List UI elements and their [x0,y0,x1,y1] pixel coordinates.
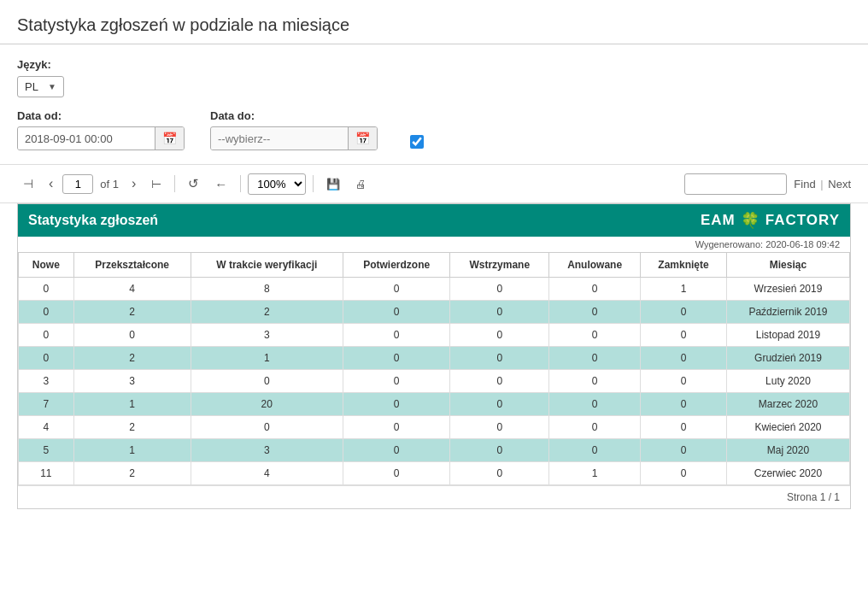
report-title: Statystyka zgłoszeń [28,213,158,228]
table-cell: 0 [450,439,549,462]
page-of-label: of 1 [100,178,119,191]
print-button[interactable] [349,173,372,195]
table-cell: 0 [450,416,549,439]
table-cell: 0 [549,278,641,301]
table-cell: 0 [641,439,727,462]
date-checkbox[interactable] [410,135,424,149]
language-select[interactable]: PL ▼ [17,76,64,97]
table-header-cell: Wstrzymane [450,253,549,278]
table-cell: 1 [73,393,191,416]
toolbar: 1 of 1 100% 50% 75% 125% 150% 200% [0,164,868,203]
table-cell: Czerwiec 2020 [726,462,849,485]
table-cell: 0 [641,370,727,393]
next-label[interactable]: Next [828,178,851,191]
table-cell: 0 [641,416,727,439]
first-page-button[interactable] [17,173,39,195]
next-page-button[interactable] [126,172,142,196]
search-input[interactable] [684,173,787,195]
find-label[interactable]: Find [794,178,815,191]
table-row: 4200000Kwiecień 2020 [19,416,850,439]
table-cell: 3 [191,439,343,462]
table-cell: 0 [450,370,549,393]
refresh-button[interactable] [182,172,205,196]
zoom-select[interactable]: 100% 50% 75% 125% 150% 200% [248,173,306,195]
report-container: Statystyka zgłoszeń EAM 🍀 FACTORY Wygene… [17,203,851,509]
language-value: PL [25,80,38,93]
table-cell: 11 [19,462,74,485]
table-cell: 0 [19,278,74,301]
table-row: 11240010Czerwiec 2020 [19,462,850,485]
page-title: Statystyka zgłoszeń w podziale na miesią… [17,15,851,35]
last-page-button[interactable] [145,173,167,195]
table-cell: 0 [343,393,449,416]
save-icon [326,177,340,191]
table-cell: 0 [343,324,449,347]
table-cell: 0 [450,278,549,301]
save-button[interactable] [320,173,346,195]
table-cell: Październik 2019 [726,301,849,324]
table-cell: 0 [641,301,727,324]
date-from-calendar-button[interactable]: 📅 [155,127,184,150]
table-cell: Luty 2020 [726,370,849,393]
table-header-cell: Potwierdzone [343,253,449,278]
page-number-input[interactable]: 1 [62,174,93,194]
language-label: Język: [17,58,851,71]
date-from-input[interactable] [18,128,155,150]
table-cell: 0 [19,324,74,347]
table-cell: 1 [73,439,191,462]
table-cell: 0 [549,439,641,462]
table-cell: 2 [191,301,343,324]
table-cell: 0 [641,324,727,347]
table-header-cell: W trakcie weryfikacji [191,253,343,278]
table-cell: 8 [191,278,343,301]
table-cell: 0 [450,347,549,370]
table-cell: 4 [19,416,74,439]
table-cell: 0 [343,278,449,301]
table-cell: 7 [19,393,74,416]
table-cell: 1 [549,462,641,485]
date-to-input[interactable] [211,128,348,150]
back-icon [214,177,227,191]
table-cell: 0 [641,462,727,485]
table-cell: 3 [73,370,191,393]
table-cell: 0 [641,393,727,416]
table-cell: 0 [191,370,343,393]
back-button[interactable] [208,173,233,196]
table-cell: 0 [450,462,549,485]
table-cell: 0 [343,301,449,324]
date-from-label: Data od: [17,109,185,122]
table-cell: 0 [343,370,449,393]
prev-page-button[interactable] [43,172,59,196]
table-cell: 0 [19,301,74,324]
table-header-row: NowePrzekształconeW trakcie weryfikacjiP… [19,253,850,278]
table-header-cell: Przekształcone [73,253,191,278]
table-cell: Grudzień 2019 [726,347,849,370]
data-table-container: NowePrzekształconeW trakcie weryfikacjiP… [18,252,850,485]
print-icon [355,177,367,191]
table-cell: 5 [19,439,74,462]
table-cell: Maj 2020 [726,439,849,462]
table-cell: 0 [191,416,343,439]
table-cell: 3 [19,370,74,393]
data-table: NowePrzekształconeW trakcie weryfikacjiP… [18,252,850,485]
table-header-cell: Zamknięte [641,253,727,278]
report-generated: Wygenerowano: 2020-06-18 09:42 [18,237,850,252]
separator-2 [240,175,241,192]
table-cell: 0 [549,347,641,370]
table-cell: 1 [641,278,727,301]
last-page-icon [151,177,161,191]
table-cell: 2 [73,347,191,370]
table-cell: 20 [191,393,343,416]
logo-leaf-icon: 🍀 [741,211,760,230]
table-row: 0480001Wrzesień 2019 [19,278,850,301]
table-cell: 0 [343,462,449,485]
logo-eam-text: EAM [701,212,736,229]
table-cell: 0 [450,393,549,416]
table-cell: 1 [191,347,343,370]
table-row: 0030000Listopad 2019 [19,324,850,347]
date-to-calendar-button[interactable]: 📅 [348,127,377,150]
table-cell: Wrzesień 2019 [726,278,849,301]
table-body: 0480001Wrzesień 20190220000Październik 2… [19,278,850,485]
calendar-icon: 📅 [162,132,177,145]
report-logo: EAM 🍀 FACTORY [701,211,840,230]
